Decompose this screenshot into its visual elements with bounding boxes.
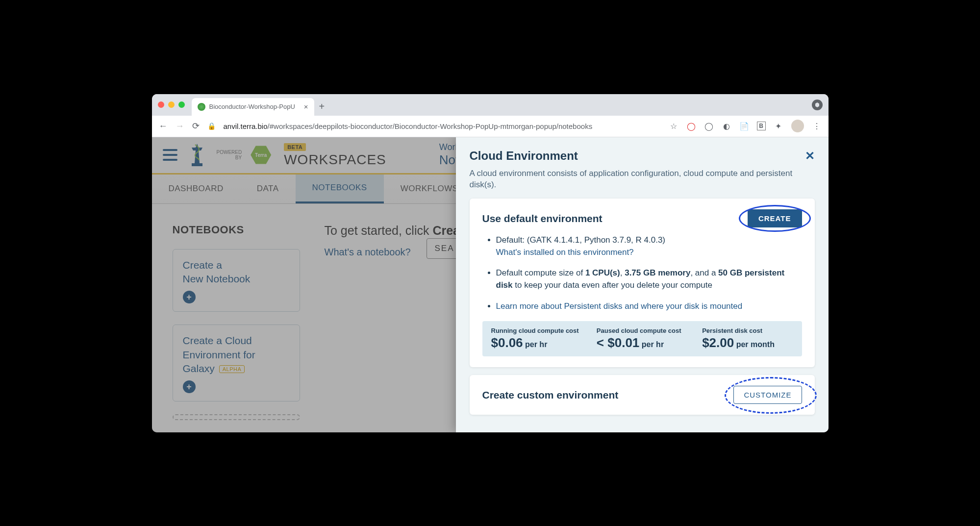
custom-environment-card: Create custom environment CUSTOMIZE (470, 375, 815, 415)
custom-env-heading: Create custom environment (482, 389, 619, 401)
guest-profile-icon[interactable] (812, 100, 823, 110)
whats-installed-link[interactable]: What's installed on this environment? (496, 248, 634, 257)
tab-title: Bioconductor-Workshop-PopU (209, 103, 300, 110)
new-tab-button[interactable]: + (319, 101, 325, 112)
learn-more-link[interactable]: Learn more about Persistent disks and wh… (496, 301, 743, 311)
tab-close-icon[interactable]: × (304, 102, 308, 111)
panel-title: Cloud Environment (470, 149, 578, 163)
default-environment-card: Use default environment CREATE Default: … (470, 199, 815, 367)
ext-icon-1[interactable]: ◯ (686, 121, 696, 131)
browser-toolbar: ← → ⟳ 🔒 anvil.terra.bio/#workspaces/deep… (152, 116, 829, 137)
paused-cost-value: < $0.01 per hr (597, 335, 687, 351)
window-min-icon[interactable] (168, 101, 175, 108)
reload-button[interactable]: ⟳ (192, 121, 200, 131)
window-close-icon[interactable] (158, 101, 164, 108)
profile-avatar[interactable] (791, 120, 804, 132)
panel-subtitle: A cloud environment consists of applicat… (470, 168, 815, 191)
window-controls (158, 101, 185, 108)
terra-app: POWEREDBY Terra BETA WORKSPACES Works No… (152, 137, 829, 432)
browser-tab[interactable]: Bioconductor-Workshop-PopU × (192, 98, 314, 116)
address-bar[interactable]: anvil.terra.bio/#workspaces/deeppilots-b… (224, 122, 661, 130)
browser-window: Bioconductor-Workshop-PopU × + ← → ⟳ 🔒 a… (152, 94, 829, 432)
close-icon[interactable]: ✕ (805, 149, 815, 163)
ext-icon-4[interactable]: 📄 (739, 121, 749, 131)
star-icon[interactable]: ☆ (669, 121, 678, 131)
cost-row: Running cloud compute cost $0.06 per hr … (482, 321, 802, 356)
disk-cost-value: $2.00 per month (702, 335, 793, 351)
annotation-ring-create (739, 205, 811, 232)
ext-icon-2[interactable]: ◯ (704, 121, 714, 131)
default-spec-item: Default: (GATK 4.1.4.1, Python 3.7.9, R … (496, 234, 802, 258)
cloud-environment-panel: Cloud Environment ✕ A cloud environment … (456, 137, 829, 432)
running-cost-value: $0.06 per hr (491, 335, 582, 351)
learn-more-item: Learn more about Persistent disks and wh… (496, 301, 802, 313)
running-cost-label: Running cloud compute cost (491, 327, 582, 334)
ext-icon-5[interactable]: B (757, 122, 766, 130)
compute-size-item: Default compute size of 1 CPU(s), 3.75 G… (496, 267, 802, 291)
window-max-icon[interactable] (178, 101, 185, 108)
extensions-icon[interactable]: ✦ (774, 121, 783, 131)
favicon-icon (198, 103, 205, 111)
browser-menu-icon[interactable]: ⋮ (812, 121, 822, 131)
annotation-ring-customize (725, 377, 816, 414)
browser-tab-strip: Bioconductor-Workshop-PopU × + (152, 94, 829, 116)
ext-icon-3[interactable]: ◐ (722, 121, 731, 131)
paused-cost-label: Paused cloud compute cost (597, 327, 687, 334)
disk-cost-label: Persistent disk cost (702, 327, 793, 334)
forward-button[interactable]: → (176, 121, 184, 131)
lock-icon[interactable]: 🔒 (207, 122, 216, 130)
back-button[interactable]: ← (159, 121, 168, 131)
default-env-heading: Use default environment (482, 213, 603, 225)
